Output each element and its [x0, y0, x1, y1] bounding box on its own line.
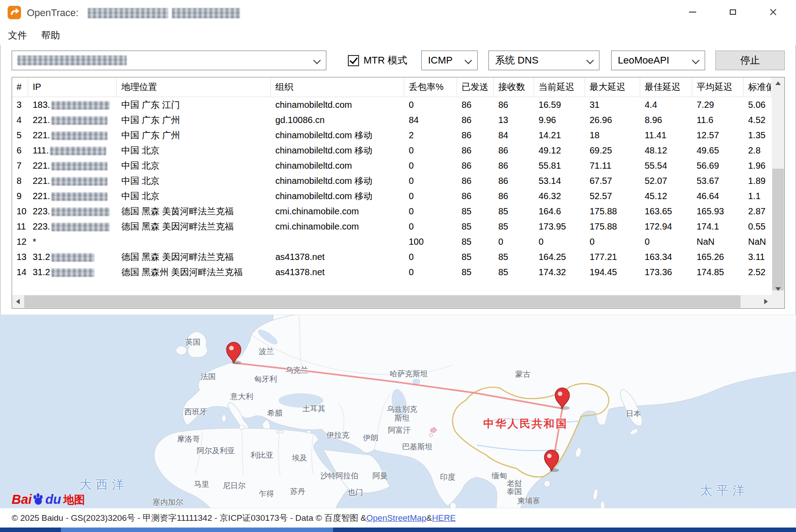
column-header[interactable]: 地理位置 [117, 77, 271, 97]
cell: 5 [12, 130, 28, 140]
cell: 0 [404, 252, 457, 262]
cell: 71.11 [585, 161, 640, 171]
cell: 8 [12, 176, 28, 186]
stop-button[interactable]: 停止 [715, 51, 785, 70]
baidu-logo-bai: Bai [12, 492, 32, 507]
cell: 67.57 [585, 176, 640, 186]
title-bar[interactable]: OpenTrace: [0, 0, 796, 26]
cell: 84 [494, 130, 534, 140]
redacted-title-host [88, 8, 168, 18]
cell: 100 [404, 237, 457, 247]
table-row[interactable]: 3183.中国 广东 江门chinamobileltd.com0868616.5… [12, 97, 771, 112]
column-header[interactable]: 已发送 [457, 77, 494, 97]
horizontal-scrollbar[interactable] [12, 295, 772, 308]
cell: 中国 北京 [117, 145, 271, 157]
horizontal-scroll-thumb[interactable] [24, 295, 740, 308]
minimize-button[interactable] [680, 3, 706, 21]
table-row[interactable]: 7221.中国 北京chinamobileltd.com0868655.8171… [12, 158, 771, 173]
close-button[interactable] [760, 3, 786, 21]
cell: 174.85 [692, 267, 744, 277]
table-body: 3183.中国 广东 江门chinamobileltd.com0868616.5… [12, 97, 784, 280]
cell: 86 [457, 145, 494, 156]
cell: 中国 北京 [117, 175, 271, 187]
cell: 1.96 [744, 161, 771, 171]
cell: as41378.net [271, 267, 404, 277]
table-row[interactable]: 12*100850000NaNNaN [12, 234, 771, 249]
cell: 84 [404, 115, 457, 125]
cell: 13 [494, 115, 534, 125]
cell: gd.10086.cn [271, 115, 404, 125]
arrow-up-icon [775, 81, 781, 85]
scroll-up-button[interactable] [772, 77, 784, 89]
cell: cmi.chinamobile.com [271, 221, 404, 232]
target-combobox[interactable] [12, 51, 326, 70]
chevron-down-icon [465, 57, 472, 64]
table-row[interactable]: 5221.中国 广东 广州chinamobileltd.com 移动286841… [12, 128, 771, 143]
column-header[interactable]: # [12, 77, 28, 97]
redacted-ip [50, 147, 106, 155]
table-row[interactable]: 1431.2德国 黑森州 美因河畔法兰克福as41378.net08585174… [12, 264, 771, 280]
cell: 86 [457, 130, 494, 140]
arrow-left-icon [16, 299, 20, 304]
redacted-ip [51, 192, 107, 201]
cell: 中国 北京 [117, 190, 271, 202]
baidu-map[interactable]: 英国波兰乌克兰法国匈牙利意大利西班牙希腊土耳其哈萨克斯坦蒙古日本乌兹别克 斯坦阿… [0, 315, 796, 508]
menu-help[interactable]: 帮助 [35, 27, 66, 43]
column-header[interactable]: 丢包率% [404, 77, 457, 97]
cell-ip: 223. [28, 206, 117, 217]
vertical-scrollbar[interactable] [772, 77, 784, 295]
vertical-scroll-thumb[interactable] [772, 169, 784, 290]
column-header[interactable]: 最佳延迟 [640, 77, 692, 97]
scroll-down-button[interactable] [772, 283, 784, 295]
cell: 2.8 [744, 145, 771, 156]
maximize-icon [730, 9, 736, 15]
openstreetmap-link[interactable]: OpenStreetMap [366, 513, 426, 523]
cell: chinamobileltd.com 移动 [271, 129, 404, 141]
column-header[interactable]: 最大延迟 [585, 77, 640, 97]
table-row[interactable]: 1331.2德国 黑森 美因河畔法兰克福as41378.net08585164.… [12, 249, 771, 264]
cell: 2.52 [744, 267, 771, 277]
table-row[interactable]: 4221.中国 广东 广州gd.10086.cn8486139.9626.968… [12, 112, 771, 128]
menu-file[interactable]: 文件 [2, 27, 33, 43]
cell: 31 [585, 100, 640, 110]
cell-ip: 221. [28, 130, 117, 140]
scroll-right-button[interactable] [760, 295, 772, 308]
cell: 53.14 [534, 176, 585, 186]
geoip-api-select[interactable]: LeoMoeAPI [611, 51, 705, 70]
cell: 85 [494, 221, 534, 232]
column-header[interactable]: 接收数 [494, 77, 534, 97]
cell: 4.4 [640, 100, 692, 110]
protocol-select[interactable]: ICMP [421, 51, 478, 70]
cell: 中国 广东 广州 [117, 114, 271, 126]
dns-select[interactable]: 系统 DNS [488, 51, 599, 70]
scroll-left-button[interactable] [12, 295, 24, 308]
column-header[interactable]: 当前延迟 [534, 77, 585, 97]
column-header[interactable]: 平均延迟 [692, 77, 744, 97]
table-row[interactable]: 10223.德国 黑森 美茵河畔法兰克福cmi.chinamobile.com0… [12, 204, 771, 219]
redacted-ip [51, 208, 110, 216]
column-header[interactable]: IP [28, 77, 117, 97]
table-row[interactable]: 11223.德国 黑森 美因河畔法兰克福cmi.chinamobile.com0… [12, 219, 771, 234]
cell: 52.07 [640, 176, 692, 186]
maximize-button[interactable] [720, 3, 746, 21]
cell: 11.6 [692, 115, 744, 125]
cell: 85 [457, 221, 494, 232]
cell: 5.06 [744, 100, 771, 110]
table-row[interactable]: 8221.中国 北京chinamobileltd.com 移动0868653.1… [12, 173, 771, 188]
mtr-mode-checkbox[interactable] [348, 55, 359, 66]
cell: 165.93 [692, 206, 744, 217]
cell: 0 [534, 237, 585, 247]
cell-ip: 221. [28, 161, 117, 171]
black-sea [278, 393, 323, 408]
cell: 3.11 [744, 252, 771, 262]
here-link[interactable]: HERE [432, 513, 456, 523]
table-row[interactable]: 6111.中国 北京chinamobileltd.com 移动0868649.1… [12, 143, 771, 158]
minimize-icon [689, 12, 696, 13]
cell: 11 [12, 221, 28, 232]
cell-ip: 31.2 [28, 267, 117, 277]
cell: 德国 黑森 美因河畔法兰克福 [117, 251, 271, 263]
column-header[interactable]: 标准偏差 [744, 77, 771, 97]
column-header[interactable]: 组织 [271, 77, 404, 97]
table-row[interactable]: 9221.中国 北京chinamobileltd.com 移动0868646.3… [12, 188, 771, 204]
cell: 55.54 [640, 161, 692, 171]
